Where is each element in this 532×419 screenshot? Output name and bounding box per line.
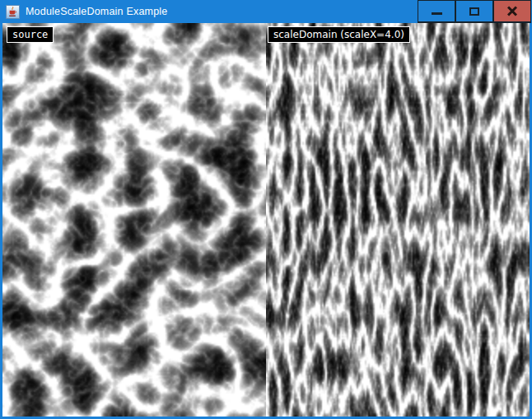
maximize-icon [469,7,479,16]
title-bar[interactable]: ModuleScaleDomain Example [0,0,532,23]
source-texture-image [2,23,266,417]
scaled-panel-label: scaleDomain (scaleX=4.0) [268,26,410,43]
minimize-icon [432,12,442,15]
scaled-domain-texture-image [266,23,530,417]
maximize-button[interactable] [456,1,492,21]
minimize-button[interactable] [418,1,455,21]
app-window: ModuleScaleDomain Example source scaleDo… [0,0,532,419]
source-panel-label: source [7,26,54,43]
close-button[interactable] [494,1,530,21]
window-controls [418,0,531,23]
window-title: ModuleScaleDomain Example [26,6,167,17]
java-coffee-cup-glyph [8,7,17,17]
close-icon [506,6,518,17]
java-coffee-cup-icon[interactable] [6,5,20,19]
render-area: source scaleDomain (scaleX=4.0) [2,23,530,417]
